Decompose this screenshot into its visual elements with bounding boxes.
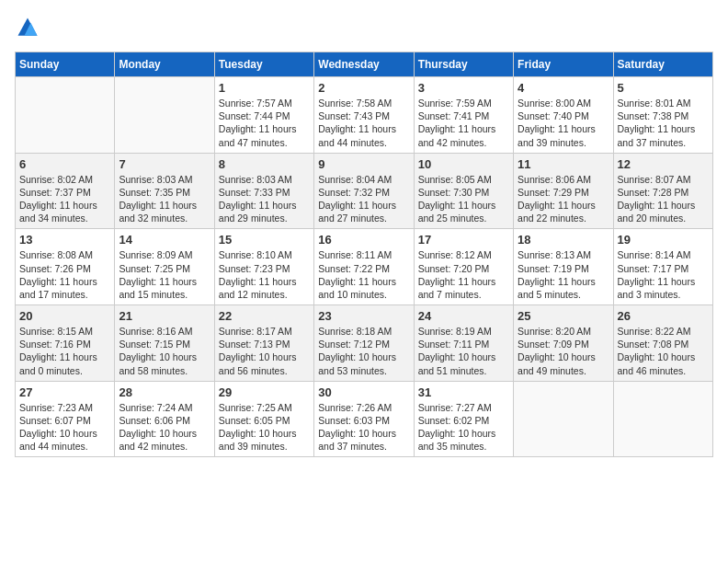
cell-content: Sunrise: 8:11 AM Sunset: 7:22 PM Dayligh… <box>318 248 409 301</box>
day-number: 3 <box>418 81 509 95</box>
calendar-week-row: 27Sunrise: 7:23 AM Sunset: 6:07 PM Dayli… <box>16 381 713 457</box>
calendar-cell: 22Sunrise: 8:17 AM Sunset: 7:13 PM Dayli… <box>214 305 313 382</box>
col-header-thursday: Thursday <box>414 52 513 77</box>
col-header-wednesday: Wednesday <box>314 52 414 77</box>
day-number: 8 <box>219 157 310 171</box>
cell-content: Sunrise: 7:26 AM Sunset: 6:03 PM Dayligh… <box>318 401 409 454</box>
cell-content: Sunrise: 8:16 AM Sunset: 7:15 PM Dayligh… <box>119 325 210 377</box>
cell-content: Sunrise: 8:06 AM Sunset: 7:29 PM Dayligh… <box>518 173 609 225</box>
calendar-cell: 8Sunrise: 8:03 AM Sunset: 7:33 PM Daylig… <box>214 153 313 229</box>
cell-content: Sunrise: 7:58 AM Sunset: 7:43 PM Dayligh… <box>318 97 409 149</box>
day-number: 23 <box>318 309 409 323</box>
calendar-week-row: 6Sunrise: 8:02 AM Sunset: 7:37 PM Daylig… <box>16 153 713 229</box>
day-number: 4 <box>518 81 609 95</box>
col-header-monday: Monday <box>115 52 214 77</box>
calendar-cell: 16Sunrise: 8:11 AM Sunset: 7:22 PM Dayli… <box>314 229 414 305</box>
logo-icon <box>15 15 40 40</box>
cell-content: Sunrise: 8:08 AM Sunset: 7:26 PM Dayligh… <box>19 248 110 301</box>
calendar-cell: 24Sunrise: 8:19 AM Sunset: 7:11 PM Dayli… <box>414 305 513 382</box>
day-number: 27 <box>19 385 110 399</box>
cell-content: Sunrise: 8:17 AM Sunset: 7:13 PM Dayligh… <box>219 325 310 377</box>
cell-content: Sunrise: 8:00 AM Sunset: 7:40 PM Dayligh… <box>518 97 609 149</box>
calendar-cell: 10Sunrise: 8:05 AM Sunset: 7:30 PM Dayli… <box>414 153 513 229</box>
calendar-cell: 4Sunrise: 8:00 AM Sunset: 7:40 PM Daylig… <box>514 77 613 154</box>
calendar-header-row: SundayMondayTuesdayWednesdayThursdayFrid… <box>16 52 713 77</box>
col-header-sunday: Sunday <box>16 52 115 77</box>
calendar-cell: 2Sunrise: 7:58 AM Sunset: 7:43 PM Daylig… <box>314 77 414 154</box>
cell-content: Sunrise: 7:59 AM Sunset: 7:41 PM Dayligh… <box>418 97 509 149</box>
calendar-cell <box>514 381 613 457</box>
calendar-cell: 7Sunrise: 8:03 AM Sunset: 7:35 PM Daylig… <box>115 153 214 229</box>
calendar-cell: 19Sunrise: 8:14 AM Sunset: 7:17 PM Dayli… <box>613 229 712 305</box>
day-number: 10 <box>418 157 509 171</box>
calendar-cell: 21Sunrise: 8:16 AM Sunset: 7:15 PM Dayli… <box>115 305 214 382</box>
calendar-week-row: 1Sunrise: 7:57 AM Sunset: 7:44 PM Daylig… <box>16 77 713 154</box>
cell-content: Sunrise: 8:14 AM Sunset: 7:17 PM Dayligh… <box>618 248 709 301</box>
day-number: 1 <box>219 81 310 95</box>
cell-content: Sunrise: 7:57 AM Sunset: 7:44 PM Dayligh… <box>219 97 310 149</box>
page-header <box>15 15 713 40</box>
calendar-week-row: 13Sunrise: 8:08 AM Sunset: 7:26 PM Dayli… <box>16 229 713 305</box>
day-number: 7 <box>119 157 210 171</box>
cell-content: Sunrise: 8:15 AM Sunset: 7:16 PM Dayligh… <box>19 325 110 377</box>
col-header-friday: Friday <box>514 52 613 77</box>
day-number: 14 <box>119 233 210 247</box>
calendar-cell: 18Sunrise: 8:13 AM Sunset: 7:19 PM Dayli… <box>514 229 613 305</box>
calendar-cell: 31Sunrise: 7:27 AM Sunset: 6:02 PM Dayli… <box>414 381 513 457</box>
calendar-cell: 6Sunrise: 8:02 AM Sunset: 7:37 PM Daylig… <box>16 153 115 229</box>
cell-content: Sunrise: 7:23 AM Sunset: 6:07 PM Dayligh… <box>19 401 110 454</box>
calendar-table: SundayMondayTuesdayWednesdayThursdayFrid… <box>15 52 713 457</box>
calendar-cell: 11Sunrise: 8:06 AM Sunset: 7:29 PM Dayli… <box>514 153 613 229</box>
day-number: 18 <box>518 233 609 247</box>
calendar-cell: 29Sunrise: 7:25 AM Sunset: 6:05 PM Dayli… <box>214 381 313 457</box>
day-number: 17 <box>418 233 509 247</box>
calendar-cell: 20Sunrise: 8:15 AM Sunset: 7:16 PM Dayli… <box>16 305 115 382</box>
day-number: 29 <box>219 385 310 399</box>
day-number: 30 <box>318 385 409 399</box>
cell-content: Sunrise: 8:03 AM Sunset: 7:33 PM Dayligh… <box>219 173 310 225</box>
cell-content: Sunrise: 8:18 AM Sunset: 7:12 PM Dayligh… <box>318 325 409 377</box>
day-number: 21 <box>119 309 210 323</box>
cell-content: Sunrise: 8:04 AM Sunset: 7:32 PM Dayligh… <box>318 173 409 225</box>
day-number: 2 <box>318 81 409 95</box>
day-number: 25 <box>518 309 609 323</box>
cell-content: Sunrise: 8:05 AM Sunset: 7:30 PM Dayligh… <box>418 173 509 225</box>
calendar-cell: 26Sunrise: 8:22 AM Sunset: 7:08 PM Dayli… <box>613 305 712 382</box>
calendar-cell <box>16 77 115 154</box>
cell-content: Sunrise: 8:07 AM Sunset: 7:28 PM Dayligh… <box>618 173 709 225</box>
day-number: 9 <box>318 157 409 171</box>
col-header-saturday: Saturday <box>613 52 712 77</box>
calendar-cell: 30Sunrise: 7:26 AM Sunset: 6:03 PM Dayli… <box>314 381 414 457</box>
cell-content: Sunrise: 8:12 AM Sunset: 7:20 PM Dayligh… <box>418 248 509 301</box>
calendar-cell: 17Sunrise: 8:12 AM Sunset: 7:20 PM Dayli… <box>414 229 513 305</box>
cell-content: Sunrise: 7:27 AM Sunset: 6:02 PM Dayligh… <box>418 401 509 454</box>
calendar-cell: 27Sunrise: 7:23 AM Sunset: 6:07 PM Dayli… <box>16 381 115 457</box>
cell-content: Sunrise: 8:22 AM Sunset: 7:08 PM Dayligh… <box>618 325 709 377</box>
calendar-cell: 9Sunrise: 8:04 AM Sunset: 7:32 PM Daylig… <box>314 153 414 229</box>
cell-content: Sunrise: 8:20 AM Sunset: 7:09 PM Dayligh… <box>518 325 609 377</box>
day-number: 11 <box>518 157 609 171</box>
calendar-cell: 15Sunrise: 8:10 AM Sunset: 7:23 PM Dayli… <box>214 229 313 305</box>
day-number: 31 <box>418 385 509 399</box>
calendar-cell: 25Sunrise: 8:20 AM Sunset: 7:09 PM Dayli… <box>514 305 613 382</box>
day-number: 28 <box>119 385 210 399</box>
cell-content: Sunrise: 8:01 AM Sunset: 7:38 PM Dayligh… <box>618 97 709 149</box>
day-number: 24 <box>418 309 509 323</box>
calendar-cell: 12Sunrise: 8:07 AM Sunset: 7:28 PM Dayli… <box>613 153 712 229</box>
cell-content: Sunrise: 8:03 AM Sunset: 7:35 PM Dayligh… <box>119 173 210 225</box>
day-number: 19 <box>618 233 709 247</box>
cell-content: Sunrise: 7:25 AM Sunset: 6:05 PM Dayligh… <box>219 401 310 454</box>
calendar-cell: 5Sunrise: 8:01 AM Sunset: 7:38 PM Daylig… <box>613 77 712 154</box>
cell-content: Sunrise: 8:02 AM Sunset: 7:37 PM Dayligh… <box>19 173 110 225</box>
cell-content: Sunrise: 8:19 AM Sunset: 7:11 PM Dayligh… <box>418 325 509 377</box>
cell-content: Sunrise: 8:09 AM Sunset: 7:25 PM Dayligh… <box>119 248 210 301</box>
day-number: 20 <box>19 309 110 323</box>
calendar-cell: 14Sunrise: 8:09 AM Sunset: 7:25 PM Dayli… <box>115 229 214 305</box>
day-number: 6 <box>19 157 110 171</box>
calendar-cell: 23Sunrise: 8:18 AM Sunset: 7:12 PM Dayli… <box>314 305 414 382</box>
calendar-cell: 3Sunrise: 7:59 AM Sunset: 7:41 PM Daylig… <box>414 77 513 154</box>
day-number: 13 <box>19 233 110 247</box>
day-number: 5 <box>618 81 709 95</box>
cell-content: Sunrise: 8:10 AM Sunset: 7:23 PM Dayligh… <box>219 248 310 301</box>
calendar-week-row: 20Sunrise: 8:15 AM Sunset: 7:16 PM Dayli… <box>16 305 713 382</box>
